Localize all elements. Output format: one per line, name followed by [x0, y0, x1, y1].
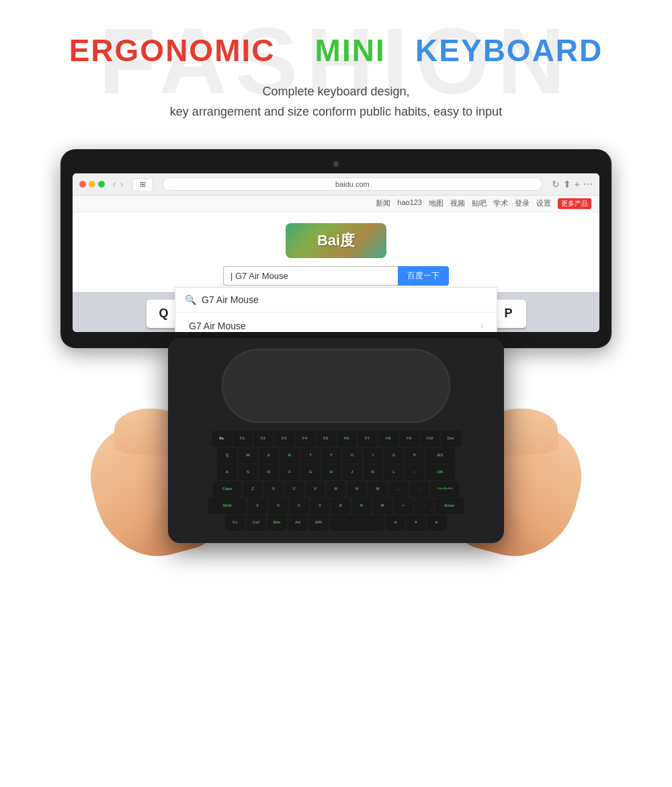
phys-key-comma[interactable]: ,: [389, 481, 408, 496]
title-mini: MINI: [315, 33, 386, 68]
reload-icon[interactable]: ↻: [552, 179, 560, 190]
phys-key-f8[interactable]: F8: [379, 431, 398, 446]
nav-link-tieba[interactable]: 贴吧: [472, 198, 487, 209]
phys-key-down[interactable]: ▼: [407, 515, 425, 530]
phys-key-caps[interactable]: Caps: [213, 481, 241, 496]
phys-key-v2[interactable]: V: [306, 481, 325, 496]
phys-key-f2[interactable]: F2: [254, 431, 273, 446]
phys-key-f5[interactable]: F5: [317, 431, 335, 446]
phys-key-f[interactable]: F: [280, 464, 299, 479]
phys-key-fn2[interactable]: Fn: [226, 515, 245, 530]
phys-key-s[interactable]: S: [239, 464, 257, 479]
phys-key-x3[interactable]: X: [269, 498, 288, 513]
phys-key-dpi[interactable]: DPI: [309, 515, 328, 530]
phys-key-f1[interactable]: F1: [233, 431, 252, 446]
phys-key-d[interactable]: D: [259, 464, 278, 479]
phys-key-del[interactable]: Del: [442, 431, 460, 446]
nav-back-btn[interactable]: ‹: [112, 179, 117, 189]
phys-key-win[interactable]: Win: [267, 515, 286, 530]
phys-key-l[interactable]: L: [384, 464, 403, 479]
phys-key-up[interactable]: ↑: [415, 498, 433, 513]
nav-link-settings[interactable]: 设置: [536, 198, 551, 209]
phys-row-bottom: Fn Ctrl Win Alt DPI ◄ ▼ ►: [179, 515, 493, 530]
browser-tab[interactable]: ⊞: [132, 178, 153, 190]
baidu-search-button[interactable]: 百度一下: [398, 266, 449, 286]
nav-more-btn[interactable]: 更多产品: [558, 198, 591, 209]
phys-key-y[interactable]: Y: [322, 448, 341, 462]
phys-key-ok[interactable]: OK: [426, 464, 454, 479]
phys-key-c3[interactable]: C: [290, 498, 308, 513]
phys-key-r[interactable]: R: [280, 448, 299, 462]
bookmark-icon[interactable]: +: [575, 179, 580, 190]
nav-link-hao123[interactable]: hao123: [397, 198, 422, 209]
phys-key-lt[interactable]: <: [394, 498, 413, 513]
header-section: ERGONOMIC MINI KEYBOARD Complete keyboar…: [13, 13, 659, 136]
nav-link-map[interactable]: 地图: [429, 198, 444, 209]
browser-address-bar[interactable]: baidu.com: [163, 177, 542, 191]
phys-key-z2[interactable]: Z: [243, 481, 262, 496]
touchpad[interactable]: [222, 349, 450, 423]
phys-key-m2[interactable]: M: [368, 481, 387, 496]
nav-link-news[interactable]: 新闻: [376, 198, 390, 209]
tablet-wrapper: ‹ › ⊞ baidu.com ↻ ⬆ + ⋯: [60, 149, 612, 570]
baidu-logo: Bai度: [286, 223, 386, 258]
phys-key-k[interactable]: K: [364, 464, 382, 479]
dot-red[interactable]: [79, 181, 86, 188]
phys-key-v3[interactable]: V: [310, 498, 329, 513]
phys-key-z3[interactable]: Z: [248, 498, 267, 513]
phys-row-caps: Caps Z X C V B N M , . Ctrl+Alt+Del: [179, 481, 493, 496]
phys-key-q[interactable]: Q: [218, 448, 237, 462]
phys-key-b2[interactable]: B: [327, 481, 345, 496]
phys-key-f9[interactable]: F9: [400, 431, 419, 446]
phys-key-j[interactable]: J: [343, 464, 362, 479]
phys-key-enter[interactable]: Enter: [435, 498, 464, 513]
phys-key-t[interactable]: T: [301, 448, 320, 462]
phys-key-f3[interactable]: F3: [275, 431, 294, 446]
phys-key-cad[interactable]: Ctrl+Alt+Del: [431, 481, 459, 496]
menu-icon[interactable]: ⋯: [583, 179, 593, 190]
phys-key-shift[interactable]: Shift: [208, 498, 246, 513]
phys-key-m3[interactable]: M: [373, 498, 392, 513]
nav-link-academic[interactable]: 学术: [493, 198, 508, 209]
phys-key-p[interactable]: P: [405, 448, 424, 462]
physical-keyboard: Fn F1 F2 F3 F4 F5 F6 F7 F8 F9 F10 Del: [168, 338, 504, 543]
phys-key-c2[interactable]: C: [285, 481, 304, 496]
title-keyboard: KEYBOARD: [415, 33, 603, 68]
phys-key-e[interactable]: E: [259, 448, 278, 462]
phys-key-o[interactable]: O: [384, 448, 403, 462]
phys-key-h[interactable]: H: [322, 464, 341, 479]
dot-green[interactable]: [98, 181, 105, 188]
phys-key-n3[interactable]: N: [352, 498, 371, 513]
phys-key-n2[interactable]: N: [347, 481, 366, 496]
dot-yellow[interactable]: [89, 181, 95, 188]
phys-key-alt[interactable]: Alt: [288, 515, 307, 530]
phys-key-w[interactable]: W: [239, 448, 257, 462]
phys-key-dot[interactable]: .: [410, 481, 429, 496]
phys-key-f7[interactable]: F7: [358, 431, 377, 446]
share-icon[interactable]: ⬆: [563, 179, 571, 190]
phys-key-left[interactable]: ◄: [386, 515, 405, 530]
phys-key-b3[interactable]: B: [331, 498, 350, 513]
phys-key-f10[interactable]: F10: [421, 431, 439, 446]
phys-key-x2[interactable]: X: [264, 481, 283, 496]
baidu-search-input[interactable]: [223, 266, 398, 286]
phys-key-space[interactable]: [330, 515, 384, 530]
autocomplete-item-1[interactable]: G7 Air Mouse ›: [175, 313, 497, 332]
tablet-frame: ‹ › ⊞ baidu.com ↻ ⬆ + ⋯: [60, 149, 612, 348]
phys-key-g[interactable]: G: [301, 464, 320, 479]
nav-forward-btn[interactable]: ›: [119, 179, 124, 189]
phys-key-u[interactable]: U: [343, 448, 362, 462]
phys-key-f6[interactable]: F6: [337, 431, 356, 446]
nav-link-video[interactable]: 视频: [450, 198, 465, 209]
phys-key-bs[interactable]: BS: [426, 448, 454, 462]
nav-link-login[interactable]: 登录: [515, 198, 530, 209]
phys-key-semi[interactable]: ;: [405, 464, 424, 479]
phys-key-fn[interactable]: Fn: [212, 431, 231, 446]
phys-key-i[interactable]: I: [364, 448, 382, 462]
phys-key-right[interactable]: ►: [427, 515, 446, 530]
browser-nav-bar: 新闻 hao123 地图 视频 贴吧 学术 登录 设置 更多产品: [73, 196, 599, 212]
phys-key-a[interactable]: A: [218, 464, 237, 479]
phys-key-ctrl[interactable]: Ctrl: [247, 515, 265, 530]
phys-key-f4[interactable]: F4: [296, 431, 314, 446]
autocomplete-search-icon: 🔍: [185, 294, 196, 305]
